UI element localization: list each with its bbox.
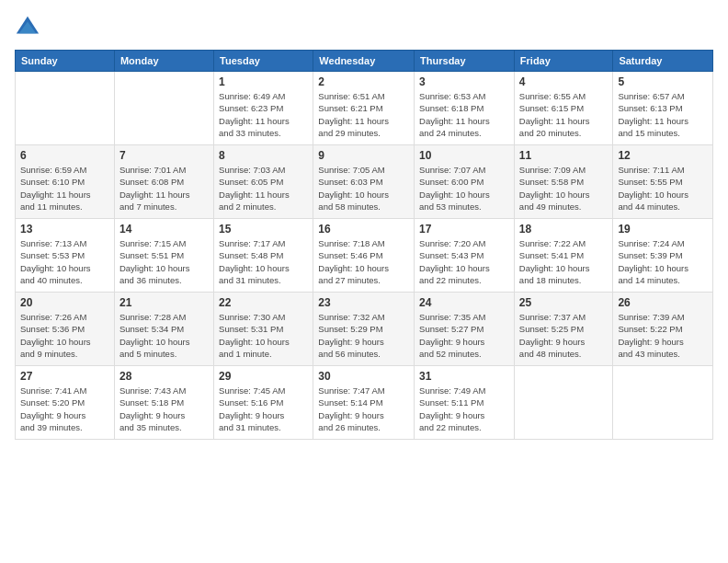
page: SundayMondayTuesdayWednesdayThursdayFrid… bbox=[0, 0, 728, 563]
day-info: Sunrise: 7:45 AM Sunset: 5:16 PM Dayligh… bbox=[219, 385, 308, 433]
week-row-3: 13Sunrise: 7:13 AM Sunset: 5:53 PM Dayli… bbox=[16, 219, 713, 293]
day-number: 9 bbox=[318, 149, 409, 162]
day-cell: 23Sunrise: 7:32 AM Sunset: 5:29 PM Dayli… bbox=[313, 293, 415, 366]
header-row: SundayMondayTuesdayWednesdayThursdayFrid… bbox=[16, 51, 713, 72]
day-number: 6 bbox=[20, 149, 109, 162]
day-number: 7 bbox=[119, 149, 209, 162]
day-info: Sunrise: 7:49 AM Sunset: 5:11 PM Dayligh… bbox=[419, 385, 509, 433]
day-number: 21 bbox=[119, 296, 209, 309]
col-header-saturday: Saturday bbox=[613, 51, 713, 72]
day-cell bbox=[16, 72, 115, 145]
week-row-5: 27Sunrise: 7:41 AM Sunset: 5:20 PM Dayli… bbox=[16, 366, 713, 440]
day-cell: 16Sunrise: 7:18 AM Sunset: 5:46 PM Dayli… bbox=[313, 219, 415, 293]
day-cell: 14Sunrise: 7:15 AM Sunset: 5:51 PM Dayli… bbox=[114, 219, 213, 293]
day-info: Sunrise: 7:18 AM Sunset: 5:46 PM Dayligh… bbox=[318, 237, 409, 286]
day-info: Sunrise: 7:15 AM Sunset: 5:51 PM Dayligh… bbox=[119, 237, 209, 286]
day-cell: 19Sunrise: 7:24 AM Sunset: 5:39 PM Dayli… bbox=[613, 219, 713, 293]
day-number: 27 bbox=[20, 370, 109, 383]
day-info: Sunrise: 6:51 AM Sunset: 6:21 PM Dayligh… bbox=[318, 90, 409, 139]
day-number: 3 bbox=[419, 75, 509, 88]
day-number: 26 bbox=[618, 296, 708, 309]
day-number: 28 bbox=[119, 370, 209, 383]
day-cell bbox=[613, 366, 713, 440]
day-cell: 3Sunrise: 6:53 AM Sunset: 6:18 PM Daylig… bbox=[415, 72, 515, 145]
logo-icon bbox=[15, 15, 40, 40]
day-info: Sunrise: 7:28 AM Sunset: 5:34 PM Dayligh… bbox=[119, 311, 209, 360]
day-number: 25 bbox=[519, 296, 609, 309]
day-cell: 4Sunrise: 6:55 AM Sunset: 6:15 PM Daylig… bbox=[514, 72, 613, 145]
day-info: Sunrise: 7:11 AM Sunset: 5:55 PM Dayligh… bbox=[618, 164, 708, 213]
col-header-friday: Friday bbox=[514, 51, 613, 72]
week-row-4: 20Sunrise: 7:26 AM Sunset: 5:36 PM Dayli… bbox=[16, 293, 713, 366]
day-cell bbox=[514, 366, 613, 440]
day-number: 15 bbox=[219, 223, 308, 236]
day-info: Sunrise: 7:03 AM Sunset: 6:05 PM Dayligh… bbox=[219, 164, 308, 213]
day-number: 17 bbox=[419, 223, 509, 236]
day-number: 16 bbox=[318, 223, 409, 236]
day-info: Sunrise: 7:07 AM Sunset: 6:00 PM Dayligh… bbox=[419, 164, 509, 213]
day-info: Sunrise: 7:41 AM Sunset: 5:20 PM Dayligh… bbox=[20, 385, 109, 433]
calendar: SundayMondayTuesdayWednesdayThursdayFrid… bbox=[15, 50, 713, 440]
day-cell: 21Sunrise: 7:28 AM Sunset: 5:34 PM Dayli… bbox=[114, 293, 213, 366]
day-info: Sunrise: 7:09 AM Sunset: 5:58 PM Dayligh… bbox=[519, 164, 609, 213]
day-number: 31 bbox=[419, 370, 509, 383]
day-number: 19 bbox=[618, 223, 708, 236]
day-info: Sunrise: 7:32 AM Sunset: 5:29 PM Dayligh… bbox=[318, 311, 409, 360]
day-cell: 11Sunrise: 7:09 AM Sunset: 5:58 PM Dayli… bbox=[514, 145, 613, 219]
week-row-1: 1Sunrise: 6:49 AM Sunset: 6:23 PM Daylig… bbox=[16, 72, 713, 145]
day-cell: 22Sunrise: 7:30 AM Sunset: 5:31 PM Dayli… bbox=[214, 293, 313, 366]
header bbox=[15, 15, 713, 40]
col-header-sunday: Sunday bbox=[16, 51, 115, 72]
day-number: 12 bbox=[618, 149, 708, 162]
day-info: Sunrise: 7:39 AM Sunset: 5:22 PM Dayligh… bbox=[618, 311, 708, 360]
day-number: 5 bbox=[618, 75, 708, 88]
day-info: Sunrise: 7:37 AM Sunset: 5:25 PM Dayligh… bbox=[519, 311, 609, 360]
day-cell: 27Sunrise: 7:41 AM Sunset: 5:20 PM Dayli… bbox=[16, 366, 115, 440]
day-number: 13 bbox=[20, 223, 109, 236]
day-info: Sunrise: 7:47 AM Sunset: 5:14 PM Dayligh… bbox=[318, 385, 409, 433]
day-info: Sunrise: 7:20 AM Sunset: 5:43 PM Dayligh… bbox=[419, 237, 509, 286]
day-cell: 30Sunrise: 7:47 AM Sunset: 5:14 PM Dayli… bbox=[313, 366, 415, 440]
col-header-monday: Monday bbox=[114, 51, 213, 72]
day-cell: 5Sunrise: 6:57 AM Sunset: 6:13 PM Daylig… bbox=[613, 72, 713, 145]
day-cell: 6Sunrise: 6:59 AM Sunset: 6:10 PM Daylig… bbox=[16, 145, 115, 219]
day-number: 29 bbox=[219, 370, 308, 383]
day-info: Sunrise: 7:01 AM Sunset: 6:08 PM Dayligh… bbox=[119, 164, 209, 213]
day-info: Sunrise: 6:49 AM Sunset: 6:23 PM Dayligh… bbox=[219, 90, 308, 139]
day-number: 22 bbox=[219, 296, 308, 309]
day-number: 2 bbox=[318, 75, 409, 88]
day-cell: 20Sunrise: 7:26 AM Sunset: 5:36 PM Dayli… bbox=[16, 293, 115, 366]
day-info: Sunrise: 7:30 AM Sunset: 5:31 PM Dayligh… bbox=[219, 311, 308, 360]
day-number: 1 bbox=[219, 75, 308, 88]
day-cell: 31Sunrise: 7:49 AM Sunset: 5:11 PM Dayli… bbox=[415, 366, 515, 440]
day-number: 14 bbox=[119, 223, 209, 236]
day-cell bbox=[114, 72, 213, 145]
day-info: Sunrise: 7:22 AM Sunset: 5:41 PM Dayligh… bbox=[519, 237, 609, 286]
day-cell: 7Sunrise: 7:01 AM Sunset: 6:08 PM Daylig… bbox=[114, 145, 213, 219]
col-header-thursday: Thursday bbox=[415, 51, 515, 72]
day-number: 8 bbox=[219, 149, 308, 162]
day-info: Sunrise: 7:05 AM Sunset: 6:03 PM Dayligh… bbox=[318, 164, 409, 213]
day-cell: 15Sunrise: 7:17 AM Sunset: 5:48 PM Dayli… bbox=[214, 219, 313, 293]
day-number: 24 bbox=[419, 296, 509, 309]
day-cell: 8Sunrise: 7:03 AM Sunset: 6:05 PM Daylig… bbox=[214, 145, 313, 219]
day-cell: 25Sunrise: 7:37 AM Sunset: 5:25 PM Dayli… bbox=[514, 293, 613, 366]
day-info: Sunrise: 7:43 AM Sunset: 5:18 PM Dayligh… bbox=[119, 385, 209, 433]
day-number: 20 bbox=[20, 296, 109, 309]
day-number: 23 bbox=[318, 296, 409, 309]
logo bbox=[15, 15, 44, 40]
day-cell: 13Sunrise: 7:13 AM Sunset: 5:53 PM Dayli… bbox=[16, 219, 115, 293]
day-cell: 17Sunrise: 7:20 AM Sunset: 5:43 PM Dayli… bbox=[415, 219, 515, 293]
col-header-tuesday: Tuesday bbox=[214, 51, 313, 72]
day-cell: 18Sunrise: 7:22 AM Sunset: 5:41 PM Dayli… bbox=[514, 219, 613, 293]
day-cell: 1Sunrise: 6:49 AM Sunset: 6:23 PM Daylig… bbox=[214, 72, 313, 145]
day-info: Sunrise: 7:24 AM Sunset: 5:39 PM Dayligh… bbox=[618, 237, 708, 286]
day-number: 10 bbox=[419, 149, 509, 162]
day-cell: 28Sunrise: 7:43 AM Sunset: 5:18 PM Dayli… bbox=[114, 366, 213, 440]
day-number: 11 bbox=[519, 149, 609, 162]
day-cell: 26Sunrise: 7:39 AM Sunset: 5:22 PM Dayli… bbox=[613, 293, 713, 366]
day-number: 18 bbox=[519, 223, 609, 236]
col-header-wednesday: Wednesday bbox=[313, 51, 415, 72]
day-number: 30 bbox=[318, 370, 409, 383]
week-row-2: 6Sunrise: 6:59 AM Sunset: 6:10 PM Daylig… bbox=[16, 145, 713, 219]
